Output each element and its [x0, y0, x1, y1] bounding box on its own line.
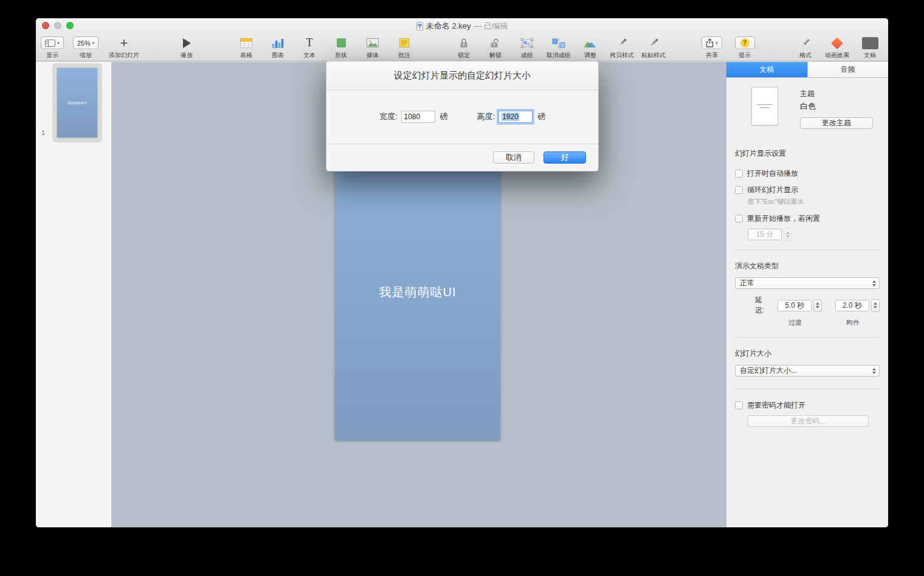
play-icon — [183, 38, 191, 48]
shape-icon — [337, 38, 346, 47]
close-button[interactable] — [42, 22, 49, 29]
password-checkbox-row[interactable]: 需要密码才能打开 — [735, 400, 880, 411]
slide-navigator: 我是萌萌哒UI 1 — [36, 62, 112, 527]
toolbar-ungroup-button[interactable]: 取消成组 — [540, 35, 578, 60]
ok-button[interactable]: 好 — [543, 151, 586, 164]
toolbar-tips-button[interactable]: ? 提示 — [729, 35, 760, 60]
toolbar-share-button[interactable]: ▾ 共享 — [696, 35, 728, 60]
width-input[interactable]: 1080 — [401, 111, 435, 123]
transition-delay-field[interactable]: 5.0 秒 — [777, 300, 812, 311]
build-label: 构件 — [836, 318, 870, 327]
stepper-up-icon — [874, 302, 877, 305]
width-unit: 磅 — [440, 111, 448, 122]
toolbar-format-button[interactable]: 格式 — [790, 35, 821, 60]
checkbox-icon[interactable] — [735, 186, 743, 194]
toolbar-copy-style-button[interactable]: 拷贝样式 — [604, 35, 640, 60]
build-delay-field[interactable]: 2.0 秒 — [835, 300, 869, 311]
toolbar-text-button[interactable]: T 文本 — [294, 35, 325, 60]
toolbar-play-button[interactable]: 播放 — [171, 35, 202, 60]
share-icon — [706, 38, 714, 47]
toolbar-view-button[interactable]: ▾ 显示 — [39, 35, 66, 60]
section-title-slide-size: 幻灯片大小 — [735, 349, 880, 359]
dialog-body: 宽度: 1080 磅 高度: 1920 磅 — [326, 90, 598, 144]
idle-time-stepper[interactable] — [784, 228, 792, 241]
loop-hint: 按下"Esc"键以退出 — [748, 197, 880, 206]
tab-audio[interactable]: 音频 — [808, 62, 889, 77]
loop-checkbox-row[interactable]: 循环幻灯片显示 — [735, 185, 880, 195]
width-label: 宽度: — [379, 111, 398, 122]
height-input[interactable]: 1920 — [498, 111, 533, 123]
media-icon — [367, 38, 379, 47]
tab-document[interactable]: 文稿 — [726, 62, 808, 77]
slide-size-select[interactable]: 自定幻灯片大小... — [735, 365, 880, 376]
unlock-icon — [491, 38, 500, 48]
chevron-down-icon: ▾ — [92, 41, 95, 45]
select-arrows-icon — [872, 366, 876, 376]
titlebar[interactable]: 未命名 2.key — 已编辑 — [36, 18, 888, 33]
checkbox-icon[interactable] — [735, 215, 743, 223]
format-brush-icon — [800, 38, 811, 49]
minimize-button[interactable] — [54, 22, 61, 29]
toolbar-document-button[interactable]: 文稿 — [854, 35, 886, 60]
cancel-button[interactable]: 取消 — [493, 151, 534, 164]
divider — [735, 389, 880, 389]
chart-icon — [272, 38, 284, 48]
height-value: 1920 — [502, 113, 519, 121]
password-label: 需要密码才能打开 — [747, 400, 805, 411]
select-arrows-icon — [872, 278, 876, 288]
toolbar-shape-button[interactable]: 形状 — [325, 35, 357, 60]
toolbar-paste-style-button[interactable]: 粘贴样式 — [636, 35, 671, 60]
divider — [735, 249, 880, 250]
edited-badge: — 已编辑 — [474, 21, 508, 32]
delay-controls: 延迟: 5.0 秒 2.0 秒 — [735, 295, 880, 316]
toolbar-table-button[interactable]: 表格 — [230, 35, 262, 60]
height-label: 高度: — [477, 111, 495, 122]
width-value: 1080 — [404, 113, 421, 121]
toolbar-lock-button[interactable]: 锁定 — [448, 35, 480, 60]
inspector-tabs: 文稿 音频 — [726, 62, 888, 78]
theme-thumb-line — [757, 104, 773, 105]
transition-delay-stepper[interactable] — [813, 299, 822, 312]
copy-style-icon — [616, 38, 627, 49]
build-delay-stepper[interactable] — [871, 299, 880, 312]
restart-checkbox-row[interactable]: 重新开始播放，若闲置 — [735, 213, 880, 224]
toolbar-media-button[interactable]: 媒体 — [357, 35, 388, 60]
theme-label: 主题 — [800, 89, 873, 99]
change-theme-button[interactable]: 更改主题 — [800, 117, 873, 129]
transition-label: 过渡 — [778, 318, 812, 327]
slide-thumbnail[interactable]: 我是萌萌哒UI — [57, 68, 97, 137]
slide[interactable]: 我是萌萌哒UI — [335, 146, 500, 440]
dialog-actions: 取消 好 — [326, 144, 598, 171]
toolbar-comment-button[interactable]: 批注 — [388, 35, 420, 60]
toolbar-add-slide-button[interactable]: + 添加幻灯片 — [104, 35, 144, 60]
chevron-down-icon: ▾ — [57, 41, 60, 45]
toolbar-animate-button[interactable]: 动画效果 — [819, 35, 855, 60]
toolbar-zoom-button[interactable]: 25%▾ 缩放 — [70, 35, 102, 60]
toolbar-group-button[interactable]: 成组 — [511, 35, 543, 60]
custom-slide-size-dialog: 设定幻灯片显示的自定幻灯片大小 宽度: 1080 磅 高度: 1920 磅 取消… — [326, 61, 599, 172]
toolbar-adjust-button[interactable]: 调整 — [574, 35, 606, 60]
theme-thumb-line — [760, 107, 770, 108]
slide-title-text[interactable]: 我是萌萌哒UI — [335, 284, 500, 300]
document-panel-icon — [862, 37, 878, 49]
dialog-title: 设定幻灯片显示的自定幻灯片大小 — [326, 61, 598, 90]
checkbox-icon[interactable] — [735, 401, 743, 409]
comment-icon — [399, 38, 409, 47]
change-password-button[interactable]: 更改密码... — [748, 415, 869, 427]
paste-style-icon — [648, 38, 659, 49]
keynote-doc-icon — [416, 22, 423, 30]
theme-section: 主题 白色 更改主题 — [726, 87, 888, 129]
toolbar-chart-button[interactable]: 图表 — [262, 35, 294, 60]
autoplay-checkbox-row[interactable]: 打开时自动播放 — [735, 168, 880, 179]
help-icon: ? — [740, 38, 750, 47]
transition-delay-value: 5.0 秒 — [785, 300, 804, 311]
slide-number: 1 — [41, 129, 45, 136]
fullscreen-button[interactable] — [66, 22, 74, 29]
chevron-down-icon: ▾ — [715, 41, 718, 45]
theme-thumbnail — [751, 87, 778, 125]
stepper-down-icon — [786, 235, 790, 238]
presentation-type-select[interactable]: 正常 — [735, 277, 880, 289]
checkbox-icon[interactable] — [735, 170, 743, 178]
idle-time-field[interactable]: 15 分 — [748, 229, 782, 240]
toolbar-unlock-button[interactable]: 解锁 — [480, 35, 511, 60]
